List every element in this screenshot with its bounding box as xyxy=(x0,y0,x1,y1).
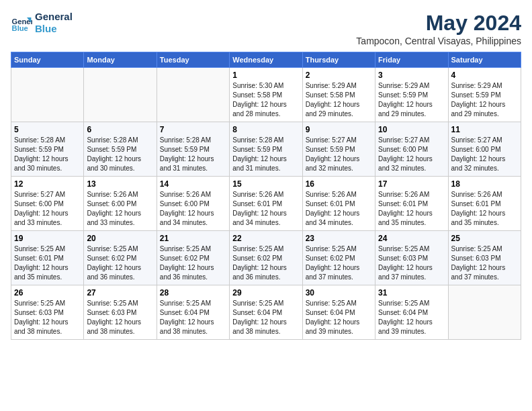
calendar-cell: 20Sunrise: 5:25 AM Sunset: 6:02 PM Dayli… xyxy=(84,231,157,285)
day-info: Sunrise: 5:26 AM Sunset: 6:00 PM Dayligh… xyxy=(160,190,226,228)
day-number: 23 xyxy=(306,234,372,243)
day-info: Sunrise: 5:25 AM Sunset: 6:04 PM Dayligh… xyxy=(232,299,299,336)
day-info: Sunrise: 5:27 AM Sunset: 6:00 PM Dayligh… xyxy=(378,136,445,173)
calendar-cell: 23Sunrise: 5:25 AM Sunset: 6:02 PM Dayli… xyxy=(302,231,375,285)
calendar-cell: 17Sunrise: 5:26 AM Sunset: 6:01 PM Dayli… xyxy=(375,177,448,231)
day-info: Sunrise: 5:25 AM Sunset: 6:04 PM Dayligh… xyxy=(160,299,226,336)
calendar-cell: 2Sunrise: 5:29 AM Sunset: 5:58 PM Daylig… xyxy=(302,68,375,122)
logo-icon: General Blue xyxy=(11,12,32,34)
day-info: Sunrise: 5:29 AM Sunset: 5:59 PM Dayligh… xyxy=(378,81,445,119)
calendar-cell xyxy=(157,68,229,122)
title-block: May 2024 Tampocon, Central Visayas, Phil… xyxy=(356,11,521,46)
logo: General Blue General Blue xyxy=(11,11,73,35)
calendar-cell: 10Sunrise: 5:27 AM Sunset: 6:00 PM Dayli… xyxy=(375,122,448,177)
day-number: 6 xyxy=(87,125,153,134)
calendar-cell: 15Sunrise: 5:26 AM Sunset: 6:01 PM Dayli… xyxy=(230,177,302,231)
weekday-header-friday: Friday xyxy=(375,52,448,68)
day-info: Sunrise: 5:26 AM Sunset: 6:01 PM Dayligh… xyxy=(451,190,518,228)
calendar-week-row: 12Sunrise: 5:27 AM Sunset: 6:00 PM Dayli… xyxy=(11,177,521,231)
calendar-cell: 28Sunrise: 5:25 AM Sunset: 6:04 PM Dayli… xyxy=(157,285,229,340)
day-number: 4 xyxy=(451,71,518,80)
day-info: Sunrise: 5:25 AM Sunset: 6:04 PM Dayligh… xyxy=(378,299,445,336)
calendar-cell: 9Sunrise: 5:27 AM Sunset: 5:59 PM Daylig… xyxy=(302,122,375,177)
calendar-week-row: 1Sunrise: 5:30 AM Sunset: 5:58 PM Daylig… xyxy=(11,68,521,122)
day-number: 22 xyxy=(232,234,299,243)
day-number: 7 xyxy=(160,125,226,134)
logo-general: General xyxy=(35,11,73,23)
day-info: Sunrise: 5:25 AM Sunset: 6:02 PM Dayligh… xyxy=(306,244,372,282)
day-number: 20 xyxy=(87,234,153,243)
day-number: 5 xyxy=(14,125,81,134)
day-number: 24 xyxy=(378,234,445,243)
calendar-cell xyxy=(11,68,84,122)
calendar-cell: 26Sunrise: 5:25 AM Sunset: 6:03 PM Dayli… xyxy=(11,285,84,340)
calendar-cell: 25Sunrise: 5:25 AM Sunset: 6:03 PM Dayli… xyxy=(448,231,521,285)
calendar-week-row: 19Sunrise: 5:25 AM Sunset: 6:01 PM Dayli… xyxy=(11,231,521,285)
weekday-header-thursday: Thursday xyxy=(302,52,375,68)
calendar-cell: 13Sunrise: 5:26 AM Sunset: 6:00 PM Dayli… xyxy=(84,177,157,231)
day-number: 15 xyxy=(232,179,299,189)
day-info: Sunrise: 5:28 AM Sunset: 5:59 PM Dayligh… xyxy=(232,136,299,173)
weekday-header-tuesday: Tuesday xyxy=(157,52,229,68)
day-info: Sunrise: 5:27 AM Sunset: 5:59 PM Dayligh… xyxy=(306,136,372,173)
page-header: General Blue General Blue May 2024 Tampo… xyxy=(11,11,521,46)
day-number: 14 xyxy=(160,179,226,189)
day-number: 9 xyxy=(306,125,372,134)
day-info: Sunrise: 5:25 AM Sunset: 6:03 PM Dayligh… xyxy=(451,244,518,282)
calendar-week-row: 5Sunrise: 5:28 AM Sunset: 5:59 PM Daylig… xyxy=(11,122,521,177)
day-number: 27 xyxy=(87,288,153,298)
day-info: Sunrise: 5:25 AM Sunset: 6:03 PM Dayligh… xyxy=(378,244,445,282)
calendar-cell: 29Sunrise: 5:25 AM Sunset: 6:04 PM Dayli… xyxy=(230,285,302,340)
calendar-cell: 12Sunrise: 5:27 AM Sunset: 6:00 PM Dayli… xyxy=(11,177,84,231)
day-number: 16 xyxy=(306,179,372,189)
weekday-header-monday: Monday xyxy=(84,52,157,68)
calendar-cell: 19Sunrise: 5:25 AM Sunset: 6:01 PM Dayli… xyxy=(11,231,84,285)
svg-text:Blue: Blue xyxy=(12,24,28,32)
day-number: 21 xyxy=(160,234,226,243)
day-number: 30 xyxy=(306,288,372,298)
day-info: Sunrise: 5:28 AM Sunset: 5:59 PM Dayligh… xyxy=(87,136,153,173)
calendar-cell: 1Sunrise: 5:30 AM Sunset: 5:58 PM Daylig… xyxy=(230,68,302,122)
calendar-cell: 24Sunrise: 5:25 AM Sunset: 6:03 PM Dayli… xyxy=(375,231,448,285)
day-info: Sunrise: 5:25 AM Sunset: 6:03 PM Dayligh… xyxy=(14,299,81,336)
calendar-cell xyxy=(84,68,157,122)
day-number: 31 xyxy=(378,288,445,298)
day-info: Sunrise: 5:25 AM Sunset: 6:03 PM Dayligh… xyxy=(87,299,153,336)
calendar-cell: 27Sunrise: 5:25 AM Sunset: 6:03 PM Dayli… xyxy=(84,285,157,340)
month-title: May 2024 xyxy=(356,11,521,36)
calendar-week-row: 26Sunrise: 5:25 AM Sunset: 6:03 PM Dayli… xyxy=(11,285,521,340)
day-info: Sunrise: 5:26 AM Sunset: 6:01 PM Dayligh… xyxy=(232,190,299,228)
location-title: Tampocon, Central Visayas, Philippines xyxy=(356,36,521,46)
day-info: Sunrise: 5:25 AM Sunset: 6:04 PM Dayligh… xyxy=(306,299,372,336)
day-number: 13 xyxy=(87,179,153,189)
day-number: 17 xyxy=(378,179,445,189)
calendar-cell: 4Sunrise: 5:29 AM Sunset: 5:59 PM Daylig… xyxy=(448,68,521,122)
day-info: Sunrise: 5:26 AM Sunset: 6:01 PM Dayligh… xyxy=(378,190,445,228)
day-number: 12 xyxy=(14,179,81,189)
day-info: Sunrise: 5:25 AM Sunset: 6:02 PM Dayligh… xyxy=(160,244,226,282)
day-number: 8 xyxy=(232,125,299,134)
day-number: 26 xyxy=(14,288,81,298)
calendar-cell: 11Sunrise: 5:27 AM Sunset: 6:00 PM Dayli… xyxy=(448,122,521,177)
day-number: 11 xyxy=(451,125,518,134)
calendar-cell: 30Sunrise: 5:25 AM Sunset: 6:04 PM Dayli… xyxy=(302,285,375,340)
calendar-cell: 8Sunrise: 5:28 AM Sunset: 5:59 PM Daylig… xyxy=(230,122,302,177)
calendar-cell: 14Sunrise: 5:26 AM Sunset: 6:00 PM Dayli… xyxy=(157,177,229,231)
day-info: Sunrise: 5:25 AM Sunset: 6:02 PM Dayligh… xyxy=(87,244,153,282)
day-number: 18 xyxy=(451,179,518,189)
weekday-header-row: SundayMondayTuesdayWednesdayThursdayFrid… xyxy=(11,52,521,68)
calendar-cell: 16Sunrise: 5:26 AM Sunset: 6:01 PM Dayli… xyxy=(302,177,375,231)
day-number: 28 xyxy=(160,288,226,298)
day-info: Sunrise: 5:25 AM Sunset: 6:01 PM Dayligh… xyxy=(14,244,81,282)
calendar-cell: 3Sunrise: 5:29 AM Sunset: 5:59 PM Daylig… xyxy=(375,68,448,122)
weekday-header-saturday: Saturday xyxy=(448,52,521,68)
day-info: Sunrise: 5:28 AM Sunset: 5:59 PM Dayligh… xyxy=(14,136,81,173)
day-number: 3 xyxy=(378,71,445,80)
day-number: 25 xyxy=(451,234,518,243)
logo-blue: Blue xyxy=(35,23,73,35)
calendar-cell xyxy=(448,285,521,340)
calendar-cell: 6Sunrise: 5:28 AM Sunset: 5:59 PM Daylig… xyxy=(84,122,157,177)
day-number: 10 xyxy=(378,125,445,134)
calendar-cell: 31Sunrise: 5:25 AM Sunset: 6:04 PM Dayli… xyxy=(375,285,448,340)
calendar-cell: 21Sunrise: 5:25 AM Sunset: 6:02 PM Dayli… xyxy=(157,231,229,285)
